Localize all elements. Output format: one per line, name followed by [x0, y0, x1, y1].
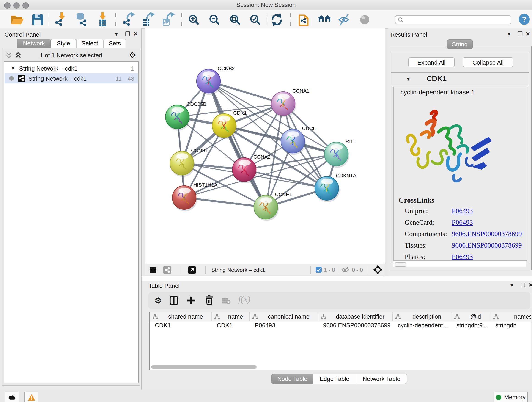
network-collection-row[interactable]: ▼ String Network – cdk1 1 [5, 63, 138, 73]
gene-title: CDK1 [427, 75, 447, 83]
home-networks-icon[interactable] [317, 12, 332, 27]
tab-sets[interactable]: Sets [104, 38, 126, 48]
hidden-count: 0 - 0 [352, 267, 363, 273]
control-panel-menu-caret[interactable]: ▼ [114, 32, 119, 37]
table-cell[interactable]: P06493 [250, 322, 318, 329]
network-row-selected[interactable]: String Network – cdk1 11 48 [5, 73, 138, 83]
collapse-all-button[interactable]: Collapse All [463, 57, 513, 67]
delete-column-icon[interactable] [205, 295, 213, 305]
table-row[interactable]: CDK1CDK1P064939606.ENSP00000378699cyclin… [150, 321, 531, 329]
node-HIST1H1A[interactable]: HIST1H1A [172, 182, 217, 211]
tree-icon [215, 314, 220, 319]
node-CCNB1[interactable]: CCNB1 [170, 148, 208, 177]
table-panel-float-button[interactable]: ❒ [520, 282, 526, 288]
export-table-icon[interactable] [142, 12, 156, 27]
node-CCNA1[interactable]: CCNA1 [271, 88, 310, 117]
table-panel-close-button[interactable]: ✕ [528, 282, 532, 288]
refresh-icon[interactable] [269, 12, 284, 27]
column-header-name[interactable]: name [212, 312, 250, 321]
node-label-CDK1: CDK1 [233, 110, 247, 116]
table-cell[interactable]: cyclin-dependent ... [393, 322, 451, 329]
cloud-status-button[interactable] [5, 392, 19, 402]
crosslink-label: Pharos: [405, 253, 452, 261]
zoom-fit-icon[interactable] [228, 12, 242, 27]
zoom-selected-icon[interactable] [248, 12, 263, 27]
node-CDC25B[interactable]: CDC25B [165, 101, 206, 131]
control-panel-close-button[interactable]: ✕ [133, 31, 138, 37]
gene-section-caret[interactable]: ▼ [406, 77, 411, 82]
crosslink-label: GeneCard: [405, 219, 452, 226]
crosslink-link[interactable]: P06493 [452, 253, 473, 261]
zoom-out-icon[interactable] [207, 12, 222, 27]
column-header-database-identifier[interactable]: database identifier [318, 312, 393, 321]
memory-button[interactable]: Memory [494, 392, 528, 402]
results-panel-float-button[interactable]: ❒ [518, 31, 523, 37]
table-panel-menu-caret[interactable]: ▼ [510, 283, 514, 288]
help-icon[interactable]: ? [518, 13, 530, 25]
import-network-icon[interactable] [54, 12, 68, 27]
results-panel-menu-caret[interactable]: ▼ [507, 32, 511, 37]
column-header--id[interactable]: @id [451, 312, 490, 321]
open-in-window-icon[interactable] [188, 266, 196, 274]
search-input[interactable] [395, 15, 511, 24]
fit-selected-crosshair-icon[interactable] [373, 265, 383, 274]
tab-node-table[interactable]: Node Table [271, 374, 313, 384]
node-CDK1[interactable]: CDK1 [212, 110, 247, 139]
collection-label: String Network – cdk1 [19, 65, 77, 72]
node-CDC6[interactable]: CDC6 [281, 126, 316, 155]
network-label: String Network – cdk1 [28, 75, 87, 82]
import-table-icon[interactable] [95, 12, 110, 27]
table-cell[interactable]: CDK1 [150, 322, 212, 329]
add-column-icon[interactable] [187, 297, 195, 304]
node-table[interactable]: shared namenamecanonical namedatabase id… [149, 312, 531, 370]
column-header-canonical-name[interactable]: canonical name [250, 312, 318, 321]
crosslink-link[interactable]: 9606.ENSP00000378699 [452, 230, 522, 238]
tab-select[interactable]: Select [76, 38, 104, 48]
table-cell[interactable]: stringdb:9... [451, 322, 490, 329]
crosslink-link[interactable]: P06493 [452, 219, 473, 226]
hidden-eye-icon[interactable] [341, 267, 349, 273]
crosslink-row: Uniprot:P06493 [405, 207, 524, 215]
hide-unhide-icon[interactable] [337, 12, 351, 27]
birdseye-grid-icon[interactable] [149, 266, 157, 274]
node-CCNB2[interactable]: CCNB2 [196, 65, 235, 95]
tab-network[interactable]: Network [17, 38, 51, 48]
tab-style[interactable]: Style [51, 38, 76, 48]
results-panel-close-button[interactable]: ✕ [526, 31, 530, 37]
tree-expand-caret[interactable]: ▼ [11, 66, 15, 70]
network-share-icon[interactable] [163, 266, 171, 274]
control-panel-float-button[interactable]: ❒ [125, 31, 130, 37]
zoom-in-icon[interactable] [186, 12, 201, 27]
save-session-icon[interactable] [30, 12, 45, 27]
export-image-icon[interactable] [162, 12, 177, 27]
node-RB1[interactable]: RB1 [324, 138, 355, 168]
tab-string[interactable]: String [447, 39, 473, 49]
protein-structure-image [403, 108, 494, 185]
tab-edge-table[interactable]: Edge Table [313, 374, 356, 384]
column-header-namespace[interactable]: namespace [490, 312, 531, 321]
network-graph[interactable]: CCNB2CCNA1CDC25BCDK1CDC6RB1CCNB1CCNA2CDK… [145, 28, 385, 264]
network-document-icon[interactable] [298, 12, 312, 27]
selected-checkbox-icon[interactable] [316, 267, 322, 273]
table-horizontal-scrollbar[interactable] [151, 365, 257, 369]
crosslink-link[interactable]: P06493 [452, 207, 473, 215]
tab-network-table[interactable]: Network Table [355, 374, 407, 384]
results-horizontal-scrollbar[interactable] [393, 261, 526, 267]
network-options-gear-icon[interactable]: ⚙ [129, 51, 136, 60]
expand-all-button[interactable]: Expand All [408, 57, 455, 67]
warning-status-button[interactable] [24, 392, 38, 402]
open-session-icon[interactable] [10, 12, 24, 27]
column-header-shared-name[interactable]: shared name [150, 312, 212, 321]
column-header-description[interactable]: description [393, 312, 451, 321]
status-bar: Memory [0, 390, 532, 402]
show-columns-icon[interactable] [170, 296, 178, 305]
export-network-icon[interactable] [122, 12, 137, 27]
table-cell[interactable]: 9606.ENSP00000378699 [318, 322, 393, 329]
tree-icon [395, 314, 401, 319]
table-cell[interactable]: CDK1 [212, 322, 250, 329]
crosslink-link[interactable]: 9606.ENSP00000378699 [452, 242, 522, 249]
import-network-database-icon[interactable] [74, 12, 89, 27]
table-gear-icon[interactable]: ⚙ [154, 296, 162, 305]
table-cell[interactable]: stringdb [490, 322, 531, 329]
network-canvas[interactable]: CCNB2CCNA1CDC25BCDK1CDC6RB1CCNB1CCNA2CDK… [145, 28, 385, 264]
